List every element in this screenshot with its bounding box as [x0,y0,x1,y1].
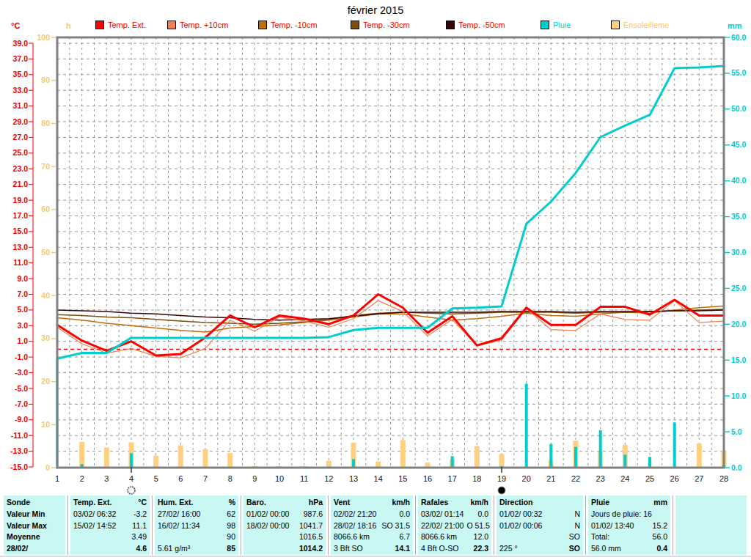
table-row: Sonde [4,496,65,508]
table-row: 8066.6 km12.0 [418,531,491,542]
cell-value: N [574,520,580,531]
cell-value: 62 [227,508,235,520]
cell-label: 01/02/ 13:40 [591,520,634,531]
table-row: Jours de pluie: 16 [588,508,670,520]
cell-label: 56.0 mm [591,542,621,554]
cell-label: 18/02/ 00:00 [246,520,289,531]
svg-text:-3.0: -3.0 [15,368,28,377]
svg-text:11: 11 [300,474,308,483]
svg-text:22: 22 [571,474,580,483]
svg-text:7.0: 7.0 [17,290,28,298]
table-row: 225 °SO [497,542,583,554]
svg-text:50.0: 50.0 [731,104,747,113]
stats-col-vent: Ventkm/h02/02/ 21:200.028/02/ 18:16SO 31… [331,495,413,555]
svg-text:5.0: 5.0 [731,427,742,436]
cell-label: Direction [499,496,533,508]
column-separator [326,495,331,555]
svg-text:-15.0: -15.0 [10,463,28,471]
svg-text:80: 80 [41,119,50,128]
cell-label: 01/02/ 00:06 [499,520,542,531]
table-row: 01/02/ 00:00987.6 [243,508,326,520]
svg-text:23: 23 [596,474,605,483]
cell-label: Moyenne [7,531,40,542]
svg-text:40.0: 40.0 [731,176,747,185]
table-row: 15/02/ 14:5211.1 [70,520,150,531]
cell-value: 98 [227,520,235,531]
svg-text:-1.0: -1.0 [15,353,28,361]
temp-axis: 39.037.035.033.031.029.027.025.023.021.0… [10,39,33,471]
cell-label: Pluie [591,496,609,508]
table-row: 03/02/ 01:140.0 [418,508,491,520]
svg-text:5.0: 5.0 [17,305,28,314]
svg-text:-7.0: -7.0 [15,399,28,408]
table-row: 56.0 mm0.4 [588,542,670,554]
cell-value: 85 [227,542,235,554]
table-row: Valeur Min [4,508,65,520]
cell-value: km/h [392,496,410,508]
cell-value: SO [569,531,580,542]
bars-ensoleillement-jour- [79,440,726,467]
svg-text:16: 16 [423,474,432,483]
svg-text:9: 9 [252,474,257,483]
svg-text:1.0: 1.0 [17,336,28,345]
svg-text:10: 10 [275,474,284,483]
svg-text:20: 20 [522,474,531,483]
table-row: Rafaleskm/h [418,496,491,508]
table-row: Direction [497,496,583,508]
svg-text:26: 26 [670,474,679,483]
day-axis: 1234567891011121314151617181920212223242… [55,474,728,483]
svg-text:6: 6 [178,474,183,483]
cell-value: SO 31.5 [381,520,410,531]
cell-value: 1041.7 [299,520,323,531]
cell-label: 01/02/ 00:32 [499,508,542,520]
svg-text:25: 25 [645,474,654,483]
cell-label: 16/02/ 11:34 [158,520,200,531]
svg-text:100: 100 [37,33,50,42]
table-row: Pluiemm [588,496,670,508]
table-row: Valeur Max [4,520,65,531]
stats-table: SondeValeur MinValeur MaxMoyenne28/02/Te… [4,495,748,555]
svg-text:18: 18 [472,474,481,483]
new-moon-icon [498,487,505,494]
svg-text:31.0: 31.0 [13,101,29,110]
svg-text:45.0: 45.0 [731,140,747,149]
svg-text:19.0: 19.0 [13,196,29,205]
table-row: 5.61 g/m³85 [155,542,238,554]
svg-text:15.0: 15.0 [13,226,29,235]
sun-axis: 1009080706050403020100 [37,33,56,472]
stats-col-temp-ext-: Temp. Ext.°C03/02/ 06:32-3.215/02/ 14:52… [70,495,150,555]
svg-text:55.0: 55.0 [731,68,747,77]
svg-text:17.0: 17.0 [13,211,29,220]
weather-chart: 39.037.035.033.031.029.027.025.023.021.0… [0,0,751,495]
svg-text:60.0: 60.0 [731,33,747,42]
weather-station-window: février 2015 °C h mm Temp. Ext.Temp. +10… [0,0,751,560]
table-row: 27/02/ 16:0062 [155,508,238,520]
svg-text:27.0: 27.0 [13,133,29,141]
table-row: 8066.6 km6.7 [331,531,413,542]
cell-label: 03/02/ 06:32 [73,508,116,520]
svg-text:2: 2 [80,474,84,483]
cell-label: 4 Bft O-SO [421,542,458,554]
svg-text:39.0: 39.0 [13,39,29,48]
cell-label: 225 ° [499,542,518,554]
column-separator [150,495,155,555]
cell-label: 3 Bft SO [334,542,363,554]
table-row: 02/02/ 21:200.0 [331,508,413,520]
table-row: 1014.2 [243,542,326,554]
table-row: 1016.5 [243,531,326,542]
svg-text:27: 27 [695,474,703,483]
stats-col-baro-: Baro.hPa01/02/ 00:00987.618/02/ 00:00104… [243,495,326,555]
svg-text:0.0: 0.0 [731,463,742,472]
column-separator [238,495,243,555]
cell-value: O 51.5 [466,520,490,531]
svg-text:21.0: 21.0 [13,180,29,188]
svg-text:13: 13 [349,474,358,483]
stats-col-rafales: Rafaleskm/h03/02/ 01:140.022/02/ 21:00O … [418,495,491,555]
cell-value: 6.7 [399,531,410,542]
cell-value: 15.2 [653,520,667,531]
table-row: 03/02/ 06:32-3.2 [70,508,150,520]
table-row: SO [497,531,583,542]
cell-value: -3.2 [133,508,147,520]
table-row: 3.49 [70,531,150,542]
cell-value: 3.49 [132,531,147,542]
